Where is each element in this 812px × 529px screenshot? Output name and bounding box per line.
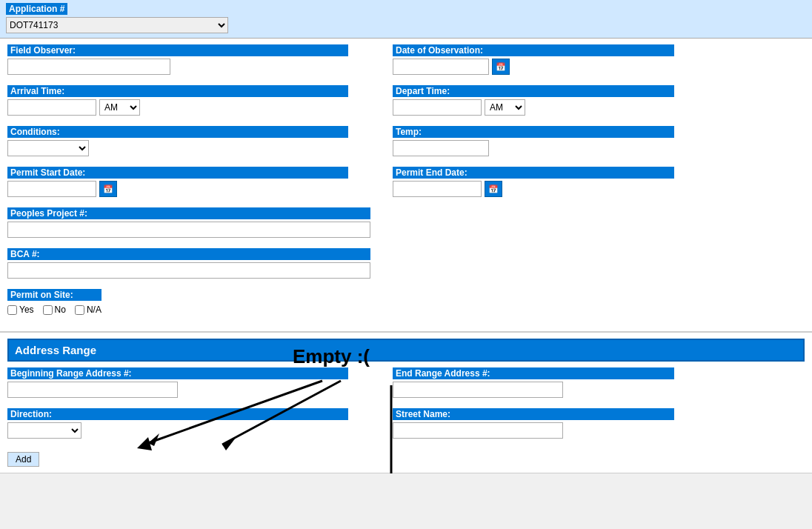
app-number-label: Application # [6,3,67,15]
depart-time-group: Depart Time: AM PM [393,85,689,120]
peoples-project-input[interactable] [7,222,370,238]
date-of-observation-input[interactable] [393,59,489,75]
permit-start-field: Permit Start Date: 📅 [7,167,348,197]
row-conditions-temp: Conditions: Temp: [7,126,805,161]
depart-ampm-select[interactable]: AM PM [485,99,525,116]
permit-no-text: No [55,305,66,315]
add-button-row: Add [7,449,805,467]
permit-end-input[interactable] [393,181,482,197]
temp-input[interactable] [393,140,489,156]
conditions-label: Conditions: [7,126,348,138]
row-permit-dates: Permit Start Date: 📅 Permit End Date: 📅 [7,167,805,202]
arrival-time-input[interactable] [7,99,96,116]
field-observer-label: Field Observer: [7,44,348,56]
depart-time-label: Depart Time: [393,85,674,97]
direction-field: Direction: [7,408,348,439]
bca-field: BCA #: [7,248,370,279]
arrival-time-group: Arrival Time: AM PM [7,85,363,120]
direction-group: Direction: [7,408,363,443]
end-range-group: End Range Address #: [393,367,689,402]
direction-label: Direction: [7,408,348,420]
date-input-group: 📅 [393,59,674,75]
row-permit-on-site: Permit on Site: Yes No N/A [7,289,805,319]
permit-on-site-label: Permit on Site: [7,289,102,301]
row-arrival-depart: Arrival Time: AM PM Depart Time: [7,85,805,120]
end-range-input[interactable] [393,382,563,398]
permit-na-text: N/A [87,305,102,315]
end-range-label: End Range Address #: [393,367,674,379]
temp-group: Temp: [393,126,689,161]
permit-na-checkbox[interactable] [75,305,84,315]
arrival-time-field: Arrival Time: AM PM [7,85,348,116]
depart-input-group: AM PM [393,99,674,116]
row-observer-date: Field Observer: Date of Observation: 📅 [7,44,805,79]
arrival-ampm-select[interactable]: AM PM [99,99,140,116]
main-form-section: Field Observer: Date of Observation: 📅 A… [0,39,812,332]
permit-end-label: Permit End Date: [393,167,674,179]
field-observer-field: Field Observer: [7,44,348,75]
permit-site-options: Yes No N/A [7,305,102,315]
app-number-select[interactable]: DOT741173 [6,17,228,33]
conditions-select[interactable] [7,140,89,156]
permit-start-input-group: 📅 [7,181,348,197]
conditions-field: Conditions: [7,126,348,156]
permit-start-calendar-button[interactable]: 📅 [99,181,117,197]
row-address-range: Beginning Range Address #: End Range Add… [7,367,805,402]
permit-yes-label[interactable]: Yes [7,305,34,315]
beginning-range-field: Beginning Range Address #: [7,367,348,398]
street-name-label: Street Name: [393,408,674,420]
address-range-header: Address Range [7,339,805,362]
street-name-group: Street Name: [393,408,689,443]
row-direction-street: Direction: Street Name: [7,408,805,443]
row-bca: BCA #: [7,248,805,283]
address-range-title: Address Range [15,344,96,356]
bca-input[interactable] [7,262,370,279]
date-of-observation-field: Date of Observation: 📅 [393,44,674,75]
arrival-input-group: AM PM [7,99,348,116]
arrival-time-label: Arrival Time: [7,85,348,97]
peoples-project-label: Peoples Project #: [7,207,370,219]
permit-no-checkbox[interactable] [43,305,53,315]
temp-field: Temp: [393,126,674,156]
permit-start-input[interactable] [7,181,96,197]
add-button[interactable]: Add [7,452,39,467]
bca-label: BCA #: [7,248,370,260]
beginning-range-group: Beginning Range Address #: [7,367,363,402]
conditions-group: Conditions: [7,126,363,161]
beginning-range-input[interactable] [7,382,178,398]
address-range-section: Address Range Beginning Range Address #:… [0,332,812,473]
date-of-observation-label: Date of Observation: [393,44,674,56]
permit-start-label: Permit Start Date: [7,167,348,179]
permit-no-label[interactable]: No [43,305,66,315]
beginning-range-label: Beginning Range Address #: [7,367,348,379]
permit-start-group: Permit Start Date: 📅 [7,167,363,202]
field-observer-input[interactable] [7,59,170,75]
end-range-field: End Range Address #: [393,367,674,398]
permit-yes-checkbox[interactable] [7,305,17,315]
depart-time-input[interactable] [393,99,482,116]
street-name-field: Street Name: [393,408,674,439]
permit-end-calendar-button[interactable]: 📅 [485,181,502,197]
row-peoples-project: Peoples Project #: [7,207,805,242]
peoples-project-field: Peoples Project #: [7,207,370,238]
permit-end-field: Permit End Date: 📅 [393,167,674,197]
permit-end-input-group: 📅 [393,181,674,197]
permit-on-site-field: Permit on Site: Yes No N/A [7,289,102,315]
temp-label: Temp: [393,126,674,138]
depart-time-field: Depart Time: AM PM [393,85,674,116]
app-header-section: Application # DOT741173 [0,0,812,39]
date-observation-group: Date of Observation: 📅 [393,44,689,79]
permit-end-group: Permit End Date: 📅 [393,167,689,202]
date-calendar-button[interactable]: 📅 [492,59,510,75]
permit-na-label[interactable]: N/A [75,305,102,315]
direction-select[interactable] [7,422,81,439]
field-observer-group: Field Observer: [7,44,363,79]
street-name-input[interactable] [393,422,563,439]
permit-yes-text: Yes [19,305,34,315]
